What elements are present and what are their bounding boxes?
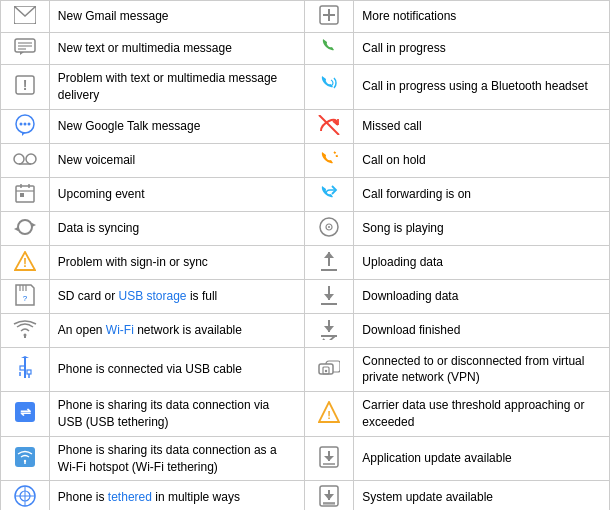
left-icon-cell-7: ! <box>1 245 50 279</box>
left-icon-cell-0 <box>1 1 50 33</box>
hotspot-icon <box>14 457 36 471</box>
right-text-4: Call on hold <box>362 153 425 167</box>
right-text-cell-7: Uploading data <box>354 245 610 279</box>
left-icon-cell-9 <box>1 313 50 347</box>
svg-text:!: ! <box>328 409 332 421</box>
svg-text:?: ? <box>23 294 28 303</box>
left-text-cell-0: New Gmail message <box>49 1 305 33</box>
svg-marker-46 <box>324 326 334 332</box>
left-text-cell-11: Phone is sharing its data connection via… <box>49 392 305 437</box>
multiway-icon <box>14 496 36 510</box>
svg-marker-28 <box>14 227 18 231</box>
download-icon <box>319 295 339 309</box>
right-text-13: System update available <box>362 490 493 504</box>
svg-point-20 <box>26 154 36 164</box>
sync-icon <box>14 227 36 241</box>
svg-point-56 <box>325 370 327 372</box>
right-icon-cell-8 <box>305 279 354 313</box>
gmail-icon <box>14 13 36 27</box>
right-text-1: Call in progress <box>362 41 445 55</box>
svg-marker-73 <box>324 494 334 500</box>
left-text-cell-2: Problem with text or multimedia message … <box>49 65 305 110</box>
left-text-cell-3: New Google Talk message <box>49 109 305 143</box>
right-text-cell-9: Download finished <box>354 313 610 347</box>
right-text-12: Application update available <box>362 451 511 465</box>
svg-rect-52 <box>27 370 31 374</box>
sdcard-icon: ? <box>15 295 35 309</box>
right-text-cell-12: Application update available <box>354 436 610 481</box>
usb-storage-link[interactable]: USB storage <box>119 289 187 303</box>
left-text-13: Phone is tethered in multiple ways <box>58 490 240 504</box>
right-text-5: Call forwarding is on <box>362 187 471 201</box>
tethered-link[interactable]: tethered <box>108 490 152 504</box>
right-text-cell-5: Call forwarding is on <box>354 177 610 211</box>
right-text-10: Connected to or disconnected from virtua… <box>362 354 584 385</box>
svg-marker-42 <box>324 294 334 300</box>
right-text-6: Song is playing <box>362 221 443 235</box>
right-icon-cell-5 <box>305 177 354 211</box>
left-text-11: Phone is sharing its data connection via… <box>58 398 269 429</box>
right-icon-cell-4 <box>305 143 354 177</box>
music-icon <box>319 226 339 240</box>
right-icon-cell-10 <box>305 347 354 392</box>
right-icon-cell-11: ! <box>305 392 354 437</box>
right-text-8: Downloading data <box>362 289 458 303</box>
plus-icon <box>319 14 339 28</box>
missed-icon <box>318 124 340 138</box>
left-text-cell-1: New text or multimedia message <box>49 33 305 65</box>
left-icon-cell-11: ⇌ <box>1 392 50 437</box>
left-icon-cell-1 <box>1 33 50 65</box>
right-text-7: Uploading data <box>362 255 443 269</box>
download-done-icon <box>319 329 339 343</box>
right-icon-cell-3 <box>305 109 354 143</box>
left-icon-cell-5 <box>1 177 50 211</box>
right-text-cell-1: Call in progress <box>354 33 610 65</box>
left-text-5: Upcoming event <box>58 187 145 201</box>
svg-point-19 <box>14 154 24 164</box>
svg-point-13 <box>23 122 26 125</box>
right-text-cell-0: More notifications <box>354 1 610 33</box>
vpn-icon <box>318 365 340 379</box>
left-icon-cell-4 <box>1 143 50 177</box>
left-icon-cell-12 <box>1 436 50 481</box>
svg-point-14 <box>27 122 30 125</box>
left-icon-cell-6 <box>1 211 50 245</box>
left-text-cell-12: Phone is sharing its data connection as … <box>49 436 305 481</box>
left-text-0: New Gmail message <box>58 9 169 23</box>
right-text-cell-6: Song is playing <box>354 211 610 245</box>
svg-rect-54 <box>319 364 333 374</box>
left-text-8: SD card or USB storage is full <box>58 289 217 303</box>
gtalk-icon <box>14 125 36 139</box>
left-icon-cell-8: ? <box>1 279 50 313</box>
left-text-6: Data is syncing <box>58 221 139 235</box>
left-text-12: Phone is sharing its data connection as … <box>58 443 277 474</box>
right-text-cell-11: Carrier data use threshold approaching o… <box>354 392 610 437</box>
right-text-cell-8: Downloading data <box>354 279 610 313</box>
right-text-cell-13: System update available <box>354 481 610 510</box>
left-text-cell-5: Upcoming event <box>49 177 305 211</box>
phone-blue-icon <box>318 85 340 99</box>
error-icon: ! <box>15 84 35 98</box>
upload-icon <box>319 261 339 275</box>
hold-icon <box>318 159 340 173</box>
svg-text:!: ! <box>23 256 27 270</box>
sysupdate-icon <box>319 496 339 510</box>
left-text-2: Problem with text or multimedia message … <box>58 71 277 102</box>
tethering-icon: ⇌ <box>14 412 36 426</box>
right-icon-cell-6 <box>305 211 354 245</box>
voicemail-icon <box>13 155 37 169</box>
svg-point-31 <box>328 226 330 228</box>
right-text-2: Call in progress using a Bluetooth heads… <box>362 79 587 93</box>
right-icon-cell-0 <box>305 1 354 33</box>
left-text-4: New voicemail <box>58 153 135 167</box>
svg-text:⇌: ⇌ <box>19 405 30 420</box>
svg-rect-26 <box>20 193 24 197</box>
right-text-cell-4: Call on hold <box>354 143 610 177</box>
left-text-1: New text or multimedia message <box>58 41 232 55</box>
svg-point-62 <box>24 460 26 462</box>
right-icon-cell-7 <box>305 245 354 279</box>
wifi-link[interactable]: Wi-Fi <box>106 323 134 337</box>
right-text-9: Download finished <box>362 323 460 337</box>
svg-marker-35 <box>324 252 334 258</box>
right-icon-cell-9 <box>305 313 354 347</box>
